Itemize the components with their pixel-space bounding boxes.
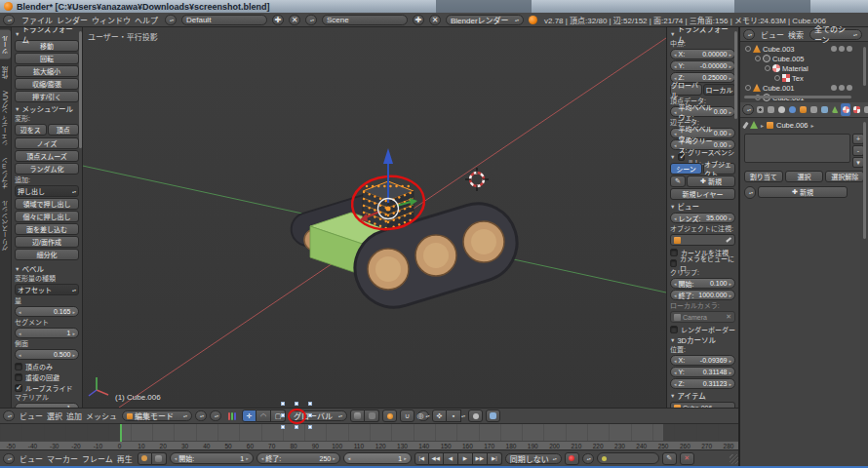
tool-button[interactable]: ランダム化 <box>15 163 79 175</box>
gp-draw-icon[interactable]: ✎ <box>670 176 686 187</box>
clip-end-field[interactable]: ◂終了:1000.000▸ <box>670 290 735 300</box>
tool-button[interactable]: 辺/面作成 <box>15 236 79 248</box>
snap-icon[interactable]: ∪ <box>400 410 414 422</box>
layout-add-button[interactable]: ✚ <box>272 15 284 25</box>
pivot-center-icon[interactable] <box>382 410 397 422</box>
visibility-icon[interactable] <box>831 85 837 91</box>
panel-header-item[interactable]: ▼アイテム <box>670 390 735 401</box>
menubar-item[interactable]: メッシュ <box>84 412 119 421</box>
global-toggle[interactable]: グローバル <box>670 84 702 96</box>
editor-type-selector[interactable]: ▴▾ <box>3 15 15 25</box>
end-frame-field[interactable]: ◂終了:250▸ <box>256 452 340 464</box>
render-icon[interactable] <box>847 46 852 52</box>
bevel-checkbox[interactable]: 重複の回避 <box>15 371 79 382</box>
menubar-item[interactable]: マーカー <box>45 455 80 464</box>
editor-type-selector[interactable]: ▴▾ <box>743 29 755 40</box>
lock-object-field[interactable] <box>670 234 735 246</box>
menubar-item[interactable]: ビュー <box>18 455 45 464</box>
keying-set-field[interactable] <box>597 452 659 464</box>
material-new-button[interactable]: ✚ 新規 <box>758 186 848 198</box>
properties-scrollbar[interactable] <box>863 122 866 239</box>
tool-button[interactable]: 細分化 <box>15 249 79 260</box>
menubar-item[interactable]: フレーム <box>80 455 115 464</box>
menubar-item[interactable]: ビュー <box>759 31 786 40</box>
menubar-item[interactable]: 再生 <box>115 455 135 464</box>
panel-header-view[interactable]: ▼ビュー <box>670 201 735 212</box>
show-seconds-icon[interactable] <box>138 452 152 465</box>
outliner-vscrollbar[interactable] <box>863 47 866 86</box>
material-action-button[interactable]: 割り当て <box>744 171 783 182</box>
median-field[interactable]: ◂Y:-0.00000▸ <box>670 60 735 71</box>
screen-layout-browse[interactable]: ▴▾ <box>165 15 177 25</box>
menubar-item[interactable]: ヘルプ <box>133 17 160 25</box>
snap-magnet-icon[interactable]: ✜ <box>432 410 447 422</box>
extrude-dropdown[interactable]: 押し出し▴▾ <box>15 185 79 197</box>
properties-tab[interactable] <box>755 103 765 116</box>
sync-mode-select[interactable]: 同期しない▴▾ <box>505 453 562 464</box>
rotate-manipulator-icon[interactable]: ◠ <box>256 410 271 422</box>
cursor-location-field[interactable]: ◂Z:0.31123▸ <box>670 378 735 389</box>
menubar-item[interactable]: 選択 <box>45 412 64 421</box>
tool-button[interactable]: 個々に押し出し <box>15 211 79 222</box>
pivot-point-select[interactable]: ▴▾ <box>210 410 221 421</box>
render-opengl-anim-icon[interactable] <box>486 410 500 422</box>
limit-selection-icon[interactable] <box>350 410 365 422</box>
outliner-row[interactable]: Cube.001 <box>742 83 866 93</box>
tool-button[interactable]: ノイズ <box>15 137 79 149</box>
tool-button[interactable]: 頂点 <box>48 124 80 136</box>
toolshelf-scrollbar[interactable] <box>79 31 82 148</box>
properties-tab[interactable] <box>862 103 868 116</box>
tool-button[interactable]: 拡大縮小 <box>15 65 79 77</box>
record-button[interactable] <box>565 452 579 465</box>
local-camera-field[interactable]: Camera✕ <box>670 311 735 323</box>
autokey-mode-select[interactable]: ▴▾ <box>582 453 594 464</box>
amount-slider[interactable]: ◂0.165▸ <box>15 306 79 317</box>
playback-button[interactable]: ◀ <box>444 452 458 465</box>
render-border-checkbox[interactable]: レンダーボーダー <box>670 324 735 334</box>
material-browse[interactable]: ▴▾ <box>744 186 756 199</box>
clip-start-field[interactable]: ◂開始:0.100▸ <box>670 278 735 289</box>
tool-button[interactable]: 面を差し込む <box>15 223 79 235</box>
playback-button[interactable]: ▶ <box>458 452 473 465</box>
npanel-scrollbar[interactable] <box>734 31 737 119</box>
outliner-row[interactable]: Material <box>742 63 866 73</box>
editor-type-selector[interactable]: ▴▾ <box>3 453 15 464</box>
editor-type-selector[interactable]: ▴▾ <box>3 410 15 421</box>
material-action-button[interactable]: 選択解除 <box>825 171 864 182</box>
cursor-location-field[interactable]: ◂Y:0.31148▸ <box>670 367 735 377</box>
median-field[interactable]: ◂X:0.00000▸ <box>670 49 735 59</box>
proportional-edit-select[interactable]: ◎▴▾ <box>417 410 429 421</box>
menubar-item[interactable]: レンダー <box>55 17 90 25</box>
current-frame-indicator[interactable] <box>120 424 122 442</box>
outliner-row[interactable]: Cube.003 <box>742 44 866 54</box>
current-frame-field[interactable]: ◂1▸ <box>343 452 412 464</box>
expander-icon[interactable] <box>755 56 761 61</box>
tool-button[interactable]: 収縮/膨張 <box>15 78 79 90</box>
properties-tab[interactable] <box>766 103 775 116</box>
expander-icon[interactable] <box>774 75 780 81</box>
outliner-row[interactable]: Cube.005 <box>742 54 866 63</box>
manipulator-axis-icon[interactable] <box>224 410 239 422</box>
toolshelf-tab[interactable]: 作成 <box>0 61 11 84</box>
panel-header-transform[interactable]: ▼トランスフォーム <box>15 28 79 39</box>
properties-tab[interactable] <box>809 103 818 116</box>
viewport-3d[interactable]: ユーザー・平行投影 (1) Cube.006 <box>83 27 666 408</box>
selectability-icon[interactable] <box>839 46 845 52</box>
timeline-ruler[interactable]: -50-40-30-20-100102030405060708090100110… <box>0 441 739 449</box>
scene-browse[interactable]: ▴▾ <box>305 15 317 25</box>
properties-tab[interactable] <box>798 103 808 116</box>
properties-tab[interactable] <box>851 103 861 116</box>
material-slot-list[interactable] <box>744 134 850 163</box>
tool-button[interactable]: 領域で押し出し <box>15 198 79 210</box>
render-opengl-icon[interactable] <box>468 410 483 422</box>
translate-manipulator-icon[interactable]: ✛ <box>242 410 256 422</box>
viewport-shading-select[interactable]: ▴▾ <box>195 410 207 421</box>
expander-icon[interactable] <box>745 46 751 52</box>
playback-button[interactable]: ◀◀ <box>429 452 444 465</box>
gp-new-button[interactable]: ✚ 新規 <box>687 176 735 187</box>
visibility-icon[interactable] <box>831 46 837 52</box>
window-titlebar[interactable]: Blender* [C:¥Users¥anazawa¥Downloads¥scr… <box>0 0 868 13</box>
expander-icon[interactable] <box>765 65 770 71</box>
menubar-item[interactable]: ウィンドウ <box>90 17 133 25</box>
mode-select[interactable]: 編集モード▴▾ <box>122 410 192 421</box>
